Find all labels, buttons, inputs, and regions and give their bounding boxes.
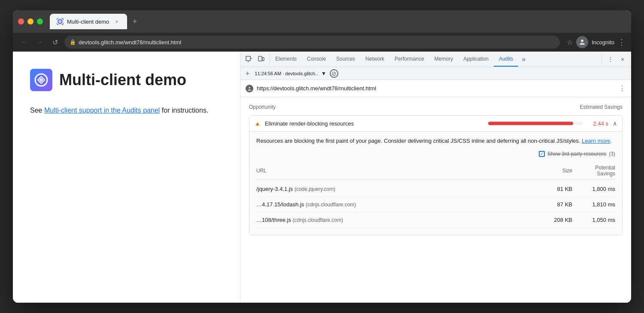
devtools-more-options[interactable]: ⋮	[605, 54, 616, 64]
col-url-header: URL	[256, 168, 538, 174]
description-suffix: for instructions.	[160, 107, 208, 114]
svg-rect-4	[246, 56, 250, 61]
opportunity-bar	[488, 122, 573, 125]
resource-savings-3: 1,050 ms	[572, 217, 615, 223]
incognito-label: Incognito	[592, 39, 614, 46]
svg-rect-8	[262, 58, 264, 61]
checkmark-icon: ✓	[540, 151, 544, 156]
third-party-count: (3)	[609, 151, 615, 157]
page-header: Multi-client demo	[30, 69, 223, 91]
new-tab-button[interactable]: +	[129, 15, 141, 28]
browser-menu-button[interactable]: ⋮	[618, 37, 626, 47]
audit-content: Opportunity Estimated Savings ▲ Eliminat…	[240, 97, 631, 303]
resource-url-main-1: /jquery-3.4.1.js	[256, 186, 293, 192]
audit-section-header: Opportunity Estimated Savings	[249, 104, 623, 112]
url-bar[interactable]: 🔒 devtools.glitch.me/wndt78/multiclient.…	[64, 36, 560, 49]
browser-tab[interactable]: Multi-client demo ×	[50, 14, 127, 29]
devtools-timestamp: 11:24:56 AM · devtools.glitch..	[255, 71, 318, 76]
resource-url-1: /jquery-3.4.1.js (code.jquery.com)	[256, 186, 538, 192]
close-window-button[interactable]	[18, 18, 24, 25]
lock-icon: 🔒	[70, 39, 76, 45]
forward-button[interactable]: →	[33, 36, 46, 48]
audit-favicon	[246, 85, 253, 92]
address-bar: ← → ↺ 🔒 devtools.glitch.me/wndt78/multic…	[13, 33, 631, 52]
tab-application[interactable]: Application	[458, 52, 494, 67]
bookmark-icon[interactable]: ☆	[567, 38, 573, 46]
estimated-savings-label: Estimated Savings	[580, 104, 623, 110]
audit-more-button[interactable]: ⋮	[619, 84, 626, 92]
resource-url-main-2: …4.17.15/lodash.js	[256, 201, 304, 208]
description-prefix: See	[30, 107, 44, 114]
resource-url-2: …4.17.15/lodash.js (cdnjs.cloudflare.com…	[256, 201, 538, 208]
main-content: Multi-client demo See Multi-client suppo…	[13, 52, 631, 303]
svg-point-10	[249, 87, 250, 89]
resource-size-1: 81 KB	[538, 186, 572, 192]
tab-audits[interactable]: Audits	[494, 52, 518, 67]
tab-title: Multi-client demo	[67, 18, 110, 25]
svg-point-1	[581, 40, 583, 42]
devtools-add-button[interactable]: +	[244, 70, 251, 77]
table-row: …108/three.js (cdnjs.cloudflare.com) 208…	[256, 212, 615, 228]
page-description: See Multi-client support in the Audits p…	[30, 105, 223, 116]
url-text: devtools.glitch.me/wndt78/multiclient.ht…	[79, 39, 181, 46]
more-tabs-button[interactable]: »	[518, 55, 529, 63]
audits-panel-link[interactable]: Multi-client support in the Audits panel	[44, 107, 160, 114]
page-title: Multi-client demo	[59, 71, 186, 89]
devtools-toolbar: Elements Console Sources Network Perform…	[240, 52, 631, 67]
third-party-checkbox[interactable]: ✓ Show 3rd-party resources (3)	[256, 151, 615, 157]
resource-size-2: 87 KB	[538, 201, 572, 208]
col-size-header: Size	[538, 168, 572, 174]
title-bar: Multi-client demo × +	[13, 10, 631, 33]
detail-description: Resources are blocking the first paint o…	[256, 137, 615, 146]
opportunity-row: ▲ Eliminate render-blocking resources 2.…	[249, 115, 623, 235]
devtools-tabs: Elements Console Sources Network Perform…	[270, 52, 601, 67]
tab-close-button[interactable]: ×	[113, 18, 120, 25]
opportunity-label: Opportunity	[249, 104, 276, 110]
tab-performance[interactable]: Performance	[389, 52, 429, 67]
inspect-element-icon[interactable]	[244, 54, 254, 64]
page-content: Multi-client demo See Multi-client suppo…	[13, 52, 240, 303]
opportunity-title: Eliminate render-blocking resources	[265, 120, 484, 127]
opportunity-detail: Resources are blocking the first paint o…	[249, 131, 622, 235]
audit-url-text: https://devtools.glitch.me/wndt78/multic…	[257, 85, 615, 92]
col-savings-header: Potential Savings	[572, 165, 615, 177]
resource-url-3: …108/three.js (cdnjs.cloudflare.com)	[256, 217, 538, 223]
tab-memory[interactable]: Memory	[429, 52, 458, 67]
incognito-avatar	[576, 36, 588, 48]
incognito-area: Incognito	[576, 36, 614, 48]
tab-area: Multi-client demo × +	[50, 14, 626, 29]
resource-size-3: 208 KB	[538, 217, 572, 223]
opportunity-savings: 2.44 s	[587, 120, 608, 127]
opportunity-header[interactable]: ▲ Eliminate render-blocking resources 2.…	[249, 116, 622, 131]
tab-sources[interactable]: Sources	[331, 52, 360, 67]
devtools-dropdown-button[interactable]: ▼	[321, 71, 326, 77]
table-row: /jquery-3.4.1.js (code.jquery.com) 81 KB…	[256, 181, 615, 197]
svg-rect-7	[258, 56, 262, 61]
tab-console[interactable]: Console	[302, 52, 331, 67]
resource-savings-1: 1,800 ms	[572, 186, 615, 192]
refresh-button[interactable]: ↺	[49, 36, 61, 48]
minimize-window-button[interactable]	[27, 18, 33, 25]
tab-network[interactable]: Network	[360, 52, 389, 67]
maximize-window-button[interactable]	[37, 18, 43, 25]
checkbox-icon: ✓	[539, 151, 545, 157]
learn-more-link[interactable]: Learn more	[582, 138, 610, 144]
device-toolbar-icon[interactable]	[256, 54, 266, 64]
svg-point-3	[39, 78, 43, 82]
devtools-block-button[interactable]: ⊘	[330, 69, 338, 78]
devtools-close-button[interactable]: ×	[617, 54, 628, 64]
resource-savings-2: 1,810 ms	[572, 201, 615, 208]
resource-url-domain-2: (cdnjs.cloudflare.com)	[306, 202, 356, 208]
tab-elements[interactable]: Elements	[270, 52, 302, 67]
devtools-actions: ⋮ ×	[601, 54, 631, 64]
third-party-label: Show 3rd-party resources	[547, 151, 606, 157]
browser-window: Multi-client demo × + ← → ↺ 🔒 devtools.g…	[13, 10, 631, 303]
resources-table: URL Size Potential Savings /jquery-3.4.1…	[256, 162, 615, 228]
traffic-lights	[18, 18, 43, 25]
devtools-icons	[240, 54, 270, 64]
back-button[interactable]: ←	[18, 36, 30, 48]
resource-url-domain-3: (cdnjs.cloudflare.com)	[293, 217, 343, 223]
resource-url-domain-1: (code.jquery.com)	[295, 186, 335, 192]
devtools-secondary-toolbar: + 11:24:56 AM · devtools.glitch.. ▼ ⊘	[240, 67, 631, 80]
warning-icon: ▲	[255, 120, 261, 127]
